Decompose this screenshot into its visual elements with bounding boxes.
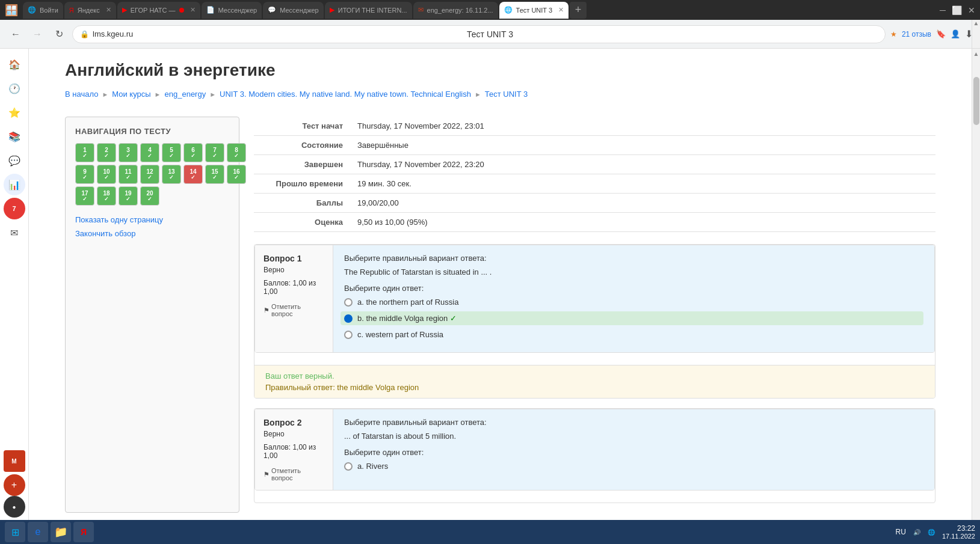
forward-button[interactable]: → bbox=[29, 26, 46, 43]
yandex-browser-icon: Я bbox=[81, 527, 87, 537]
option-1b-radio[interactable] bbox=[344, 314, 353, 323]
info-value-score: 19,00/20,00 bbox=[350, 194, 935, 213]
option-1c: c. western part of Russia bbox=[344, 330, 923, 339]
option-2a-radio[interactable] bbox=[344, 462, 353, 471]
sidebar-star-icon[interactable]: ⭐ bbox=[4, 102, 25, 123]
sidebar-collections-icon[interactable]: 📚 bbox=[4, 126, 25, 147]
sidebar-mail-icon[interactable]: ✉ bbox=[4, 222, 25, 243]
folder-icon: 📁 bbox=[54, 525, 67, 539]
info-value-started: Thursday, 17 November 2022, 23:01 bbox=[350, 117, 935, 136]
new-tab-button[interactable]: + bbox=[570, 2, 587, 19]
info-value-finished: Thursday, 17 November 2022, 23:20 bbox=[350, 155, 935, 174]
taskbar-explorer-button[interactable]: 📁 bbox=[51, 522, 71, 542]
show-one-page-link[interactable]: Показать одну страницу bbox=[75, 215, 229, 224]
back-button[interactable]: ← bbox=[7, 26, 24, 43]
tab-close-icon[interactable]: ✕ bbox=[106, 6, 111, 14]
question-1-feedback: Ваш ответ верный. Правильный ответ: the … bbox=[254, 365, 935, 398]
scrollbar-up-arrow[interactable]: ▲ bbox=[973, 49, 979, 59]
nav-cell-6[interactable]: 6✓ bbox=[183, 143, 203, 162]
scrollbar-top-area: ▲ bbox=[972, 20, 980, 48]
nav-bar: ← → ↻ 🔒 lms.kgeu.ru Тест UNIT 3 ★ 21 отз… bbox=[0, 20, 980, 49]
nav-cell-13[interactable]: 13✓ bbox=[162, 165, 181, 184]
nav-cell-20[interactable]: 20✓ bbox=[140, 186, 159, 206]
end-review-link[interactable]: Закончить обзор bbox=[75, 229, 229, 238]
bookmark-icon[interactable]: 🔖 bbox=[936, 29, 946, 38]
question-2-instruction: Выберите правильный вариант ответа: bbox=[344, 418, 923, 427]
tab-eng-energy[interactable]: ✉ eng_energy: 16.11.2... bbox=[413, 2, 498, 19]
taskbar-start-button[interactable]: ⊞ bbox=[5, 522, 25, 542]
scrollbar-thumb[interactable] bbox=[973, 77, 979, 125]
tab-close-icon[interactable]: ✕ bbox=[558, 6, 564, 14]
question-1-label: Вопрос 1 bbox=[263, 254, 324, 263]
question-2-points: Баллов: 1,00 из1,00 bbox=[263, 443, 324, 460]
breadcrumb-sep-4: ► bbox=[475, 91, 481, 98]
question-1-flag[interactable]: ⚑ Отметитьвопрос bbox=[263, 303, 324, 317]
close-button[interactable]: ✕ bbox=[968, 5, 975, 15]
sidebar-clock-icon[interactable]: 🕐 bbox=[4, 78, 25, 99]
tab-yandex[interactable]: Я Яндекс ✕ bbox=[64, 2, 116, 19]
taskbar-right: RU 🔊 🌐 23:22 17.11.2022 bbox=[896, 524, 975, 540]
sidebar-circle-icon[interactable]: ● bbox=[4, 496, 25, 518]
sidebar-chat-icon[interactable]: 💬 bbox=[4, 150, 25, 171]
option-1a: a. the northern part of Russia bbox=[344, 298, 923, 307]
nav-cell-7[interactable]: 7✓ bbox=[205, 143, 224, 162]
sidebar-home-icon[interactable]: 🏠 bbox=[4, 53, 25, 75]
question-1-text: The Republic of Tatarstan is situated in… bbox=[344, 267, 923, 277]
nav-cell-17[interactable]: 17✓ bbox=[75, 186, 94, 206]
scrollbar[interactable]: ▲ ▼ bbox=[972, 49, 980, 544]
nav-cell-14[interactable]: 14✓ bbox=[183, 165, 203, 184]
nav-cell-19[interactable]: 19✓ bbox=[119, 186, 138, 206]
nav-cell-10[interactable]: 10✓ bbox=[97, 165, 116, 184]
tab-vojti[interactable]: 🌐 Войти bbox=[23, 2, 63, 19]
tab-messenger2[interactable]: 💬 Мессенджер bbox=[263, 2, 324, 19]
question-2-sidebar: Вопрос 2 Верно Баллов: 1,00 из1,00 ⚑ Отм… bbox=[255, 409, 333, 490]
nav-cell-1[interactable]: 1✓ bbox=[75, 143, 94, 162]
tab-messenger1[interactable]: 📄 Мессенджер bbox=[202, 2, 262, 19]
sidebar-badge-icon[interactable]: 7 bbox=[4, 198, 25, 219]
info-label-elapsed: Прошло времени bbox=[254, 174, 350, 194]
user-menu-icon[interactable]: 👤 bbox=[951, 29, 960, 38]
minimize-button[interactable]: ─ bbox=[940, 5, 946, 15]
sidebar-analytics-icon[interactable]: 📊 bbox=[4, 174, 25, 195]
tab-itogi[interactable]: ▶ ИТОГИ THE INTERN... bbox=[325, 2, 412, 19]
taskbar-locale: RU bbox=[896, 528, 906, 536]
nav-cell-16[interactable]: 16✓ bbox=[227, 165, 246, 184]
nav-cell-9[interactable]: 9✓ bbox=[75, 165, 94, 184]
nav-cell-8[interactable]: 8✓ bbox=[227, 143, 246, 162]
taskbar-yandex-button[interactable]: Я bbox=[73, 522, 94, 542]
sidebar-gmail-icon[interactable]: M bbox=[4, 450, 25, 472]
breadcrumb-home[interactable]: В начало bbox=[65, 90, 98, 99]
option-1c-radio[interactable] bbox=[344, 331, 353, 339]
nav-cell-11[interactable]: 11✓ bbox=[119, 165, 138, 184]
taskbar-ie-button[interactable]: e bbox=[28, 522, 48, 542]
restore-button[interactable]: ⬜ bbox=[952, 5, 962, 15]
question-2-flag[interactable]: ⚑ Отметитьвопрос bbox=[263, 467, 324, 481]
nav-cell-4[interactable]: 4✓ bbox=[140, 143, 159, 162]
nav-cell-5[interactable]: 5✓ bbox=[162, 143, 181, 162]
reload-button[interactable]: ↻ bbox=[51, 26, 67, 43]
tab-favicon: Я bbox=[69, 7, 74, 14]
breadcrumb-unit3-full[interactable]: UNIT 3. Modern cities. My native land. M… bbox=[220, 90, 471, 99]
tab-close-icon[interactable]: ✕ bbox=[190, 6, 196, 14]
breadcrumb-courses[interactable]: Мои курсы bbox=[112, 90, 150, 99]
ie-icon: e bbox=[35, 527, 41, 537]
page-heading: Английский в энергетике bbox=[65, 61, 935, 80]
nav-cell-15[interactable]: 15✓ bbox=[205, 165, 224, 184]
question-2-label: Вопрос 2 bbox=[263, 418, 324, 427]
option-1a-radio[interactable] bbox=[344, 298, 353, 307]
breadcrumb: В начало ► Мои курсы ► eng_energy ► UNIT… bbox=[65, 90, 935, 99]
tab-list: 🌐 Войти Я Яндекс ✕ ▶ ЕГОР НАТС — ✕ 📄 Мес… bbox=[23, 2, 932, 19]
sidebar-add-icon[interactable]: + bbox=[4, 474, 25, 496]
nav-cell-2[interactable]: 2✓ bbox=[97, 143, 116, 162]
tab-test-unit3[interactable]: 🌐 Тест UNIT 3 ✕ bbox=[499, 2, 569, 19]
tab-egor[interactable]: ▶ ЕГОР НАТС — ✕ bbox=[117, 2, 200, 19]
info-label-grade: Оценка bbox=[254, 213, 350, 232]
nav-cell-3[interactable]: 3✓ bbox=[119, 143, 138, 162]
nav-cell-18[interactable]: 18✓ bbox=[97, 186, 116, 206]
breadcrumb-eng-energy[interactable]: eng_energy bbox=[165, 90, 206, 99]
feedback-1-correct-msg: Ваш ответ верный. bbox=[265, 371, 924, 380]
lock-icon: 🔒 bbox=[80, 30, 89, 38]
flag-icon: ⚑ bbox=[263, 307, 270, 314]
info-label-started: Тест начат bbox=[254, 117, 350, 136]
nav-cell-12[interactable]: 12✓ bbox=[140, 165, 159, 184]
